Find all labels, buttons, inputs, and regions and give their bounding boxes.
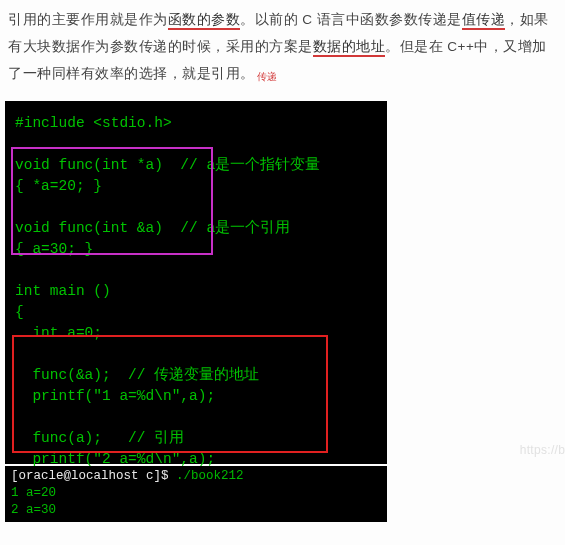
- code-line: #include <stdio.h>: [15, 115, 172, 131]
- code-block: #include <stdio.h> void func(int *a) // …: [5, 101, 387, 464]
- para-underline-3: 数据的地址: [313, 39, 386, 57]
- terminal-output: [oracle@localhost c]$ ./book212 1 a=20 2…: [5, 466, 387, 522]
- highlight-box-calls: [12, 335, 328, 453]
- code-line: int main (): [15, 283, 111, 299]
- para-small-tag: 传递: [257, 71, 278, 82]
- code-wrapper: #include <stdio.h> void func(int *a) // …: [0, 101, 565, 464]
- para-underline-2: 值传递: [462, 12, 506, 30]
- terminal-out-line: 1 a=20: [11, 486, 56, 500]
- para-text: 引用的主要作用就是作为: [8, 12, 168, 27]
- para-underline-1: 函数的参数: [168, 12, 241, 30]
- para-text: 。以前的 C 语言中函数参数传递是: [240, 12, 462, 27]
- terminal-prompt: [oracle@localhost c]$: [11, 469, 176, 483]
- highlight-box-pointer-ref: [11, 147, 213, 255]
- terminal-out-line: 2 a=30: [11, 503, 56, 517]
- code-line: printf("2 a=%d\n",a);: [15, 451, 215, 467]
- code-line: {: [15, 304, 24, 320]
- watermark-text: https://blog.csdn.net/weixin_43435675: [520, 443, 565, 457]
- terminal-cmd: ./book212: [176, 469, 244, 483]
- intro-paragraph: 引用的主要作用就是作为函数的参数。以前的 C 语言中函数参数传递是值传递，如果有…: [0, 0, 565, 95]
